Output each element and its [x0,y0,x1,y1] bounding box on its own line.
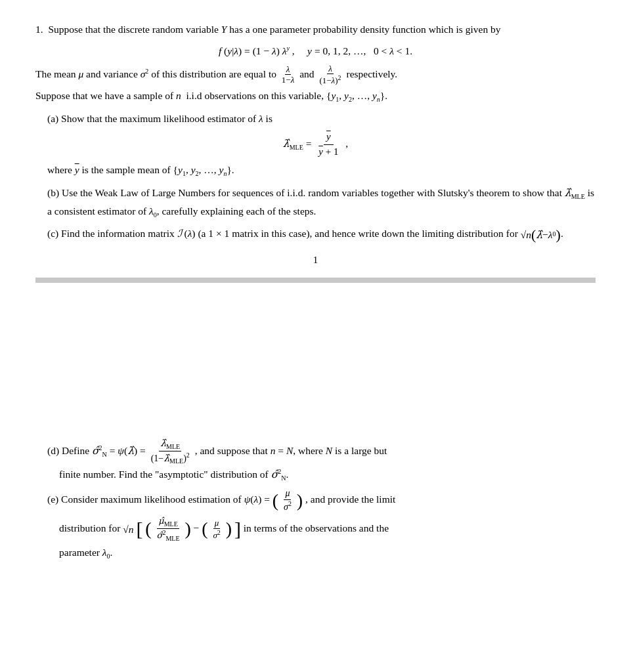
sqrt-n-expr: √n (λ̂ − λ0) [521,226,561,243]
page-number: 1 [35,255,596,266]
part-c-label: (c) [47,228,58,239]
part-d-label: (d) [47,446,59,457]
part-c: (c) Find the information matrix ℐ (λ) (a… [47,225,596,243]
fraction-lambda-over-1minuslambda-sq: λ (1−λ)2 [318,64,342,87]
part-e-line2: distribution for √n [ ( μ̂MLE σ̂2MLE ) −… [59,516,596,543]
sqrt-n-e: √n [123,521,133,538]
part-e-line3: parameter λ0. [59,544,596,562]
part-a-label: (a) [47,113,58,124]
part-d: (d) Define σ̂2N = ψ(λ̂) = λ̂MLE (1−λ̂MLE… [47,438,596,484]
page-divider [35,278,596,283]
part-a: (a) Show that the maximum likelihood est… [47,110,596,127]
part-b: (b) Use the Weak Law of Large Numbers fo… [47,184,596,220]
frac-d: λ̂MLE (1−λ̂MLE)2 [150,438,191,465]
main-formula: f (y|λ) = (1 − λ) λy , y = 0, 1, 2, …, 0… [35,45,596,57]
blank-area [35,283,596,434]
part-e: (e) Consider maximum likelihood estimati… [47,488,596,513]
part-b-label: (b) [47,187,59,198]
question-1: 1. Suppose that the discrete random vari… [35,21,596,266]
part-e-label: (e) [47,494,58,505]
suppose-sample-line: Suppose that we have a sample of n i.i.d… [35,87,596,106]
q1-intro: 1. Suppose that the discrete random vari… [35,21,596,38]
fraction-lambda-over-1minuslambda: λ 1−λ [280,64,295,85]
frac-e-mu-hat: μ̂MLE σ̂2MLE [156,516,181,543]
mle-formula: λ̂MLE = y y + 1 , [35,130,596,159]
page: 1. Suppose that the discrete random vari… [0,0,631,672]
mle-fraction: y y + 1 [316,130,341,159]
frac-e-psi: μ σ2 [282,488,293,513]
mean-variance-line: The mean μ and variance σ2 of this distr… [35,64,596,87]
where-ybar: where y is the sample mean of {y1, y2, …… [47,161,596,180]
frac-e-mu: μ σ2 [211,518,221,541]
q-number: 1. [35,24,43,35]
